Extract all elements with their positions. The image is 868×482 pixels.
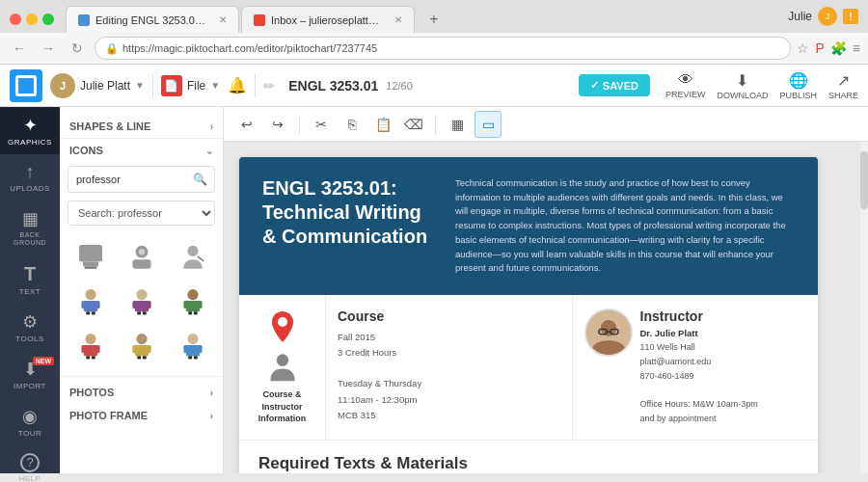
- notifications-btn[interactable]: 🔔: [228, 76, 247, 94]
- paste-btn[interactable]: 📋: [369, 111, 396, 138]
- tab-close-inbox[interactable]: ✕: [394, 14, 402, 25]
- address-bar[interactable]: 🔒 https://magic.piktochart.com/editor/pi…: [95, 37, 791, 60]
- section-sidebar: Course &InstructorInformation: [239, 295, 326, 440]
- sidebar-item-help[interactable]: ? HELP: [0, 445, 60, 482]
- file-label: File: [187, 79, 205, 93]
- svg-rect-14: [134, 301, 148, 311]
- photoframe-section-header[interactable]: PHOTO FRAME ›: [60, 404, 223, 427]
- svg-rect-38: [185, 345, 199, 356]
- text-icon: T: [24, 263, 36, 285]
- svg-point-37: [187, 334, 198, 344]
- course-title: Course: [338, 308, 560, 324]
- panel-divider-1: [60, 376, 223, 377]
- svg-rect-9: [81, 301, 85, 308]
- share-btn[interactable]: ↗ SHARE: [828, 71, 858, 100]
- tour-label: TOUR: [18, 429, 42, 438]
- icon-cell-6[interactable]: [170, 281, 215, 320]
- doc-title[interactable]: ENGL 3253.01: [288, 78, 378, 94]
- sidebar-item-uploads[interactable]: ↑ UPLOADS: [0, 154, 60, 201]
- menu-icon[interactable]: ≡: [853, 40, 860, 56]
- graphics-label: GRAPHICS: [8, 138, 52, 147]
- svg-rect-23: [188, 311, 192, 314]
- new-tab-btn[interactable]: +: [420, 6, 448, 33]
- preview-label: PREVIEW: [665, 90, 706, 99]
- refresh-btn[interactable]: ↻: [66, 37, 89, 60]
- user-dropdown-icon: ▼: [135, 80, 145, 91]
- delete-btn[interactable]: ⌫: [400, 111, 427, 138]
- uploads-icon: ↑: [26, 162, 35, 182]
- sidebar-item-tools[interactable]: ⚙ TOOLS: [0, 304, 60, 351]
- svg-rect-26: [83, 345, 96, 356]
- separator-2: [255, 74, 256, 97]
- copy-btn[interactable]: ⎘: [339, 111, 366, 138]
- icon-cell-8[interactable]: [119, 326, 164, 364]
- svg-rect-17: [137, 311, 141, 314]
- minimize-window-btn[interactable]: [26, 13, 38, 25]
- sidebar-item-graphics[interactable]: ✦ GRAPHICS: [0, 107, 60, 154]
- photos-section-header[interactable]: PHOTOS ›: [60, 381, 223, 404]
- file-icon-symbol: 📄: [164, 79, 178, 93]
- sidebar-item-import[interactable]: NEW ⬇ IMPORT: [0, 351, 60, 398]
- sidebar-item-background[interactable]: ▦ BACKGROUND: [0, 201, 60, 255]
- shapes-arrow-icon: ›: [210, 121, 213, 132]
- publish-btn[interactable]: 🌐 PUBLISH: [779, 71, 817, 100]
- close-window-btn[interactable]: [10, 13, 21, 25]
- search-dropdown[interactable]: Search: professor: [68, 201, 215, 226]
- preview-btn[interactable]: 👁 PREVIEW: [665, 71, 706, 100]
- sidebar-item-tour[interactable]: ◉ TOUR: [0, 398, 60, 445]
- file-menu-btn[interactable]: 📄 File ▼: [161, 75, 220, 96]
- scrollbar-track[interactable]: [860, 142, 868, 473]
- icon-cell-2[interactable]: [119, 237, 164, 276]
- svg-rect-4: [132, 259, 150, 269]
- svg-rect-29: [86, 356, 90, 359]
- browser-user-avatar: J: [818, 7, 837, 26]
- icon-cell-1[interactable]: [68, 237, 113, 276]
- shapes-section-header[interactable]: SHAPES & LINE ›: [60, 115, 223, 138]
- title-section: ENGL 3253.01 12/60: [288, 78, 571, 94]
- icon-cell-7[interactable]: [68, 326, 113, 364]
- svg-point-31: [136, 334, 147, 344]
- tab-inbox[interactable]: Inbox – julieroseplatt@gmi... ✕: [241, 6, 415, 33]
- tab-label-editor: Editing ENGL 3253.01 | Pi...: [95, 14, 209, 26]
- tab-close-editor[interactable]: ✕: [219, 14, 227, 25]
- app-topbar: J Julie Platt ▼ 📄 File ▼ 🔔 ✏ ENGL 3253.0…: [0, 65, 868, 107]
- redo-btn[interactable]: ↪: [264, 111, 291, 138]
- publish-icon: 🌐: [789, 71, 808, 90]
- icons-section-header[interactable]: ICONS ⌄: [60, 138, 223, 162]
- icon-cell-9[interactable]: [170, 326, 215, 364]
- help-label: HELP: [19, 474, 41, 482]
- svg-point-13: [136, 289, 147, 300]
- course-details: Fall 2015 3 Credit Hours Tuesday & Thurs…: [338, 330, 560, 423]
- svg-point-5: [138, 249, 144, 254]
- icon-grid: [60, 229, 223, 372]
- course-info-col: Course Fall 2015 3 Credit Hours Tuesday …: [326, 295, 573, 440]
- download-btn[interactable]: ⬇ DOWNLOAD: [717, 71, 768, 100]
- icons-label: ICONS: [69, 145, 103, 156]
- file-icon: 📄: [161, 75, 182, 96]
- icon-cell-5[interactable]: [119, 281, 164, 320]
- tab-favicon-inbox: [254, 14, 265, 26]
- canvas-area[interactable]: ENGL 3253.01: Technical Writing & Commun…: [224, 142, 868, 473]
- tab-label-inbox: Inbox – julieroseplatt@gmi...: [271, 14, 385, 26]
- icon-cell-4[interactable]: [68, 281, 113, 320]
- align-btn[interactable]: ▦: [444, 111, 471, 138]
- cut-btn[interactable]: ✂: [308, 111, 335, 138]
- icon-cell-3[interactable]: [170, 237, 215, 276]
- back-btn[interactable]: ←: [8, 37, 31, 60]
- forward-btn[interactable]: →: [37, 37, 60, 60]
- sidebar-item-text[interactable]: T TEXT: [0, 255, 60, 304]
- maximize-window-btn[interactable]: [42, 13, 54, 25]
- user-section[interactable]: J Julie Platt ▼: [50, 73, 145, 98]
- pencil-icon: ✏: [263, 78, 275, 94]
- tab-editor[interactable]: Editing ENGL 3253.01 | Pi... ✕: [66, 6, 239, 33]
- search-box: 🔍: [68, 166, 215, 193]
- svg-rect-10: [95, 301, 99, 308]
- extension-icon[interactable]: 🧩: [830, 40, 847, 56]
- rect-btn[interactable]: ▭: [475, 111, 502, 138]
- user-name: Julie Platt: [80, 79, 130, 93]
- scrollbar-thumb[interactable]: [860, 151, 868, 209]
- undo-btn[interactable]: ↩: [233, 111, 260, 138]
- bookmark-icon[interactable]: ☆: [797, 40, 809, 56]
- lock-icon: 🔒: [105, 42, 119, 55]
- pinterest-icon[interactable]: P: [815, 40, 824, 56]
